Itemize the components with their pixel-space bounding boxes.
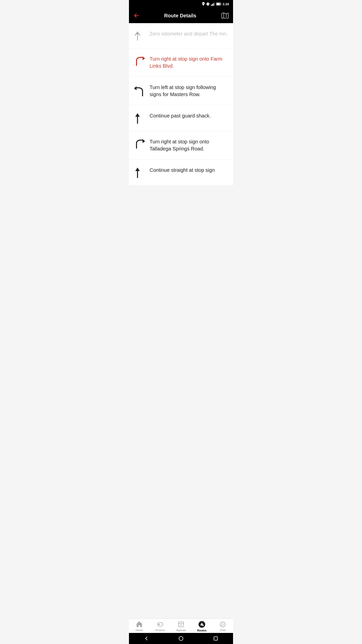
route-item: Continue past guard shack.: [129, 105, 233, 131]
svg-rect-0: [207, 3, 209, 6]
svg-rect-6: [214, 3, 215, 6]
status-bar: 3:28: [129, 0, 233, 8]
svg-rect-1: [206, 3, 207, 5]
svg-rect-2: [209, 3, 209, 5]
svg-marker-17: [135, 168, 140, 171]
svg-rect-5: [213, 3, 214, 6]
turn-right-black-icon: [134, 138, 147, 150]
route-instruction-3: Turn left at stop sign following signs f…: [147, 84, 228, 98]
svg-marker-10: [136, 31, 139, 34]
arrow-up-gray-icon: [134, 30, 147, 41]
route-instruction-1: Zero odometer and depart The Inn.: [147, 30, 228, 37]
route-instruction-2: Turn right at stop sign onto Farm Links …: [147, 55, 228, 69]
route-item: Zero odometer and depart The Inn.: [129, 23, 233, 48]
back-button[interactable]: [133, 13, 139, 18]
svg-rect-9: [216, 3, 220, 5]
svg-marker-15: [143, 139, 145, 143]
route-item: Turn right at stop sign onto Farm Links …: [129, 48, 233, 77]
svg-rect-3: [211, 5, 212, 6]
turn-left-black-icon: [134, 84, 147, 96]
route-instruction-6: Continue straight at stop sign: [147, 167, 228, 174]
route-instruction-5: Turn right at stop sign onto Talladega S…: [147, 138, 228, 152]
page-title: Route Details: [164, 13, 196, 19]
map-icon[interactable]: [221, 13, 229, 19]
svg-rect-8: [220, 4, 221, 5]
time-display: 3:28: [222, 2, 229, 6]
route-item: Turn left at stop sign following signs f…: [129, 77, 233, 105]
arrow-up-black-icon: [134, 112, 147, 124]
header: Route Details: [129, 8, 233, 23]
route-instruction-4: Continue past guard shack.: [147, 112, 228, 119]
svg-marker-11: [143, 56, 145, 60]
route-content: Zero odometer and depart The Inn. Turn r…: [129, 23, 233, 185]
status-icons: 3:28: [202, 2, 229, 6]
svg-marker-12: [134, 86, 137, 90]
battery-icon: [216, 3, 221, 6]
route-item: Continue straight at stop sign: [129, 159, 233, 185]
vibrate-icon: [206, 2, 210, 6]
svg-rect-4: [212, 4, 213, 6]
svg-marker-14: [135, 113, 140, 117]
arrow-up-black-icon-2: [134, 167, 147, 178]
location-icon: [202, 2, 205, 6]
route-item: Turn right at stop sign onto Talladega S…: [129, 131, 233, 159]
signal-icon: [211, 2, 215, 6]
turn-right-red-icon: [134, 55, 147, 67]
